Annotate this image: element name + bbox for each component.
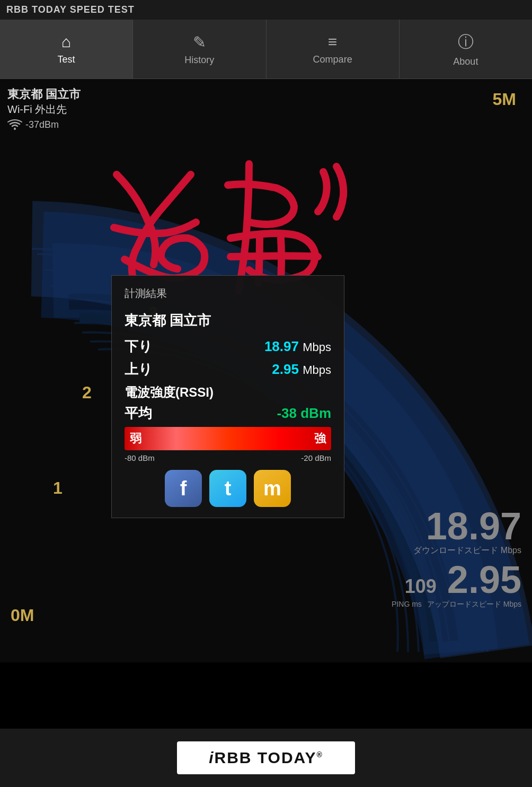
tab-test-label: Test	[58, 54, 75, 65]
main-content: 東京都 国立市 Wi-Fi 外出先 -37dBm 5M 3 2 1 0M	[0, 79, 532, 662]
scale-5m-label: 5M	[493, 90, 516, 109]
popup-upload-number: 2.95	[272, 361, 299, 377]
wifi-icon	[7, 119, 22, 130]
popup-download-row: 下り 18.97 Mbps	[125, 337, 331, 356]
footer: iRBB TODAY®	[0, 729, 532, 787]
svg-point-1	[14, 128, 16, 130]
popup-location: 東京都 国立市	[125, 311, 331, 330]
upload-speed-label: アップロードスピード Mbps	[427, 600, 521, 609]
popup-avg-value: -38 dBm	[277, 405, 331, 422]
download-speed-label: ダウンロードスピード Mbps	[413, 545, 521, 556]
popup-avg-label: 平均	[125, 404, 152, 423]
rssi-dbm-labels: -80 dBm -20 dBm	[125, 453, 331, 462]
social-buttons: f t m	[125, 470, 331, 507]
download-speed-display: 18.97 ダウンロードスピード Mbps	[413, 507, 521, 556]
tab-history[interactable]: ✎ History	[133, 20, 266, 78]
location-type: Wi-Fi 外出先	[7, 102, 81, 117]
popup-upload-unit: Mbps	[303, 363, 331, 377]
location-info: 東京都 国立市 Wi-Fi 外出先 -37dBm	[7, 86, 81, 130]
popup-download-value: 18.97 Mbps	[264, 338, 331, 355]
tab-about[interactable]: ⓘ About	[400, 20, 532, 78]
tab-history-label: History	[184, 55, 214, 66]
bottom-stats: 109 2.95 PING ms アップロードスピード Mbps	[392, 561, 521, 609]
scale-1-label: 1	[53, 478, 63, 497]
popup-upload-label: 上り	[125, 360, 153, 379]
compare-icon: ≡	[328, 33, 338, 51]
rssi-bar-fill	[125, 427, 331, 450]
tab-compare-label: Compare	[313, 54, 352, 65]
title-text: RBB TODAY SPEED TEST	[6, 4, 135, 15]
mixi-icon: m	[263, 477, 281, 500]
rssi-bar: 弱 強	[125, 427, 331, 450]
tab-test[interactable]: ⌂ Test	[0, 20, 133, 78]
rssi-bar-strong-label: 強	[314, 431, 326, 447]
wifi-signal: -37dBm	[7, 119, 81, 130]
popup-upload-row: 上り 2.95 Mbps	[125, 360, 331, 379]
upload-speed-value: 2.95	[447, 561, 521, 599]
history-icon: ✎	[193, 33, 206, 51]
ping-label: PING ms	[392, 600, 422, 609]
tab-compare[interactable]: ≡ Compare	[267, 20, 400, 78]
scale-0m: 0M	[11, 606, 34, 625]
popup-download-number: 18.97	[264, 338, 299, 354]
facebook-icon: f	[180, 477, 187, 500]
popup-download-unit: Mbps	[303, 340, 331, 354]
popup-title: 計測結果	[125, 286, 331, 301]
popup-download-label: 下り	[125, 337, 153, 356]
footer-logo: iRBB TODAY®	[177, 741, 355, 774]
home-icon: ⌂	[61, 33, 71, 51]
app-title: RBB TODAY SPEED TEST	[0, 0, 532, 20]
scale-2-label: 2	[82, 383, 92, 402]
scale-5m: 5M	[493, 90, 516, 109]
rssi-max-label: -20 dBm	[301, 453, 331, 462]
ping-value: 109	[405, 575, 437, 598]
scale-1: 1	[53, 478, 63, 498]
facebook-button[interactable]: f	[165, 470, 202, 507]
popup-upload-value: 2.95 Mbps	[272, 361, 331, 378]
mixi-button[interactable]: m	[254, 470, 291, 507]
rssi-min-label: -80 dBm	[125, 453, 155, 462]
result-popup: 計測結果 東京都 国立市 下り 18.97 Mbps 上り 2.95 Mbps …	[111, 275, 344, 518]
bottom-labels: PING ms アップロードスピード Mbps	[392, 600, 521, 609]
scale-0m-label: 0M	[11, 606, 34, 625]
popup-avg-row: 平均 -38 dBm	[125, 404, 331, 423]
footer-logo-text: iRBB TODAY®	[209, 749, 323, 767]
tab-about-label: About	[453, 56, 478, 67]
rssi-bar-weak-label: 弱	[130, 431, 141, 447]
twitter-icon: t	[225, 477, 232, 500]
tab-bar: ⌂ Test ✎ History ≡ Compare ⓘ About	[0, 20, 532, 79]
scale-2: 2	[82, 383, 92, 403]
ping-upload-row: 109 2.95	[405, 561, 521, 599]
location-city: 東京都 国立市	[7, 86, 81, 102]
popup-rssi-section: 電波強度(RSSI)	[125, 384, 331, 401]
rssi-value-display: -37dBm	[25, 119, 59, 130]
info-icon: ⓘ	[458, 31, 474, 53]
download-speed-value: 18.97	[413, 507, 521, 545]
twitter-button[interactable]: t	[209, 470, 246, 507]
